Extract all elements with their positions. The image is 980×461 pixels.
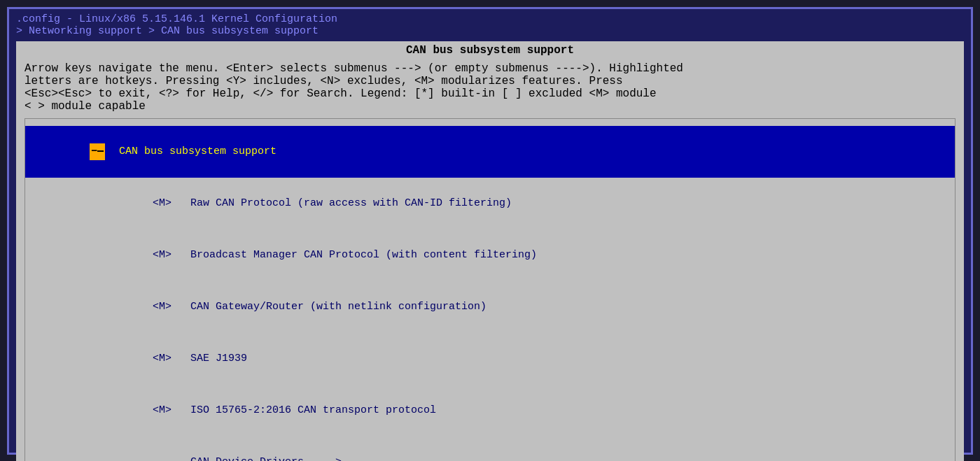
menu-box: −‒ CAN bus subsystem support <M> Raw CAN… xyxy=(24,118,955,462)
selected-label: CAN bus subsystem support xyxy=(113,146,276,157)
prefix-iso: <M> ISO 15765-2:2016 CAN transport proto… xyxy=(90,404,436,416)
title-line2: > Networking support > CAN bus subsystem… xyxy=(16,25,964,37)
help-line2: letters are hotkeys. Pressing <Y> includ… xyxy=(24,75,955,87)
menu-item-raw-can[interactable]: <M> Raw CAN Protocol (raw access with CA… xyxy=(25,178,955,229)
menu-item-iso-15765[interactable]: <M> ISO 15765-2:2016 CAN transport proto… xyxy=(25,385,955,437)
menu-item-broadcast-manager[interactable]: <M> Broadcast Manager CAN Protocol (with… xyxy=(25,229,955,281)
menu-item-sae-j1939[interactable]: <M> SAE J1939 xyxy=(25,333,955,385)
title-line1: .config - Linux/x86 5.15.146.1 Kernel Co… xyxy=(16,13,964,25)
main-content: Arrow keys navigate the menu. <Enter> se… xyxy=(16,58,964,462)
menu-item-can-gateway[interactable]: <M> CAN Gateway/Router (with netlink con… xyxy=(25,281,955,333)
title-bar: .config - Linux/x86 5.15.146.1 Kernel Co… xyxy=(12,12,968,38)
checkbox-icon: −‒ xyxy=(90,143,105,160)
menu-item-can-bus-subsystem[interactable]: −‒ CAN bus subsystem support xyxy=(25,126,955,178)
help-line1: Arrow keys navigate the menu. <Enter> se… xyxy=(24,62,955,75)
menu-item-can-device-drivers[interactable]: CAN Device Drivers ---> xyxy=(25,437,955,462)
help-text: Arrow keys navigate the menu. <Enter> se… xyxy=(24,62,955,113)
prefix-device-drivers: CAN Device Drivers ---> xyxy=(90,456,342,462)
prefix-sae: <M> SAE J1939 xyxy=(90,353,247,364)
prefix-raw-can: <M> Raw CAN Protocol (raw access with CA… xyxy=(90,197,512,209)
prefix-broadcast: <M> Broadcast Manager CAN Protocol (with… xyxy=(90,249,537,261)
help-line4: < > module capable xyxy=(24,100,955,113)
help-line3: <Esc><Esc> to exit, <?> for Help, </> fo… xyxy=(24,87,955,100)
prefix-gateway: <M> CAN Gateway/Router (with netlink con… xyxy=(90,301,486,313)
page-title: CAN bus subsystem support xyxy=(16,41,964,58)
dash-icon xyxy=(106,146,113,157)
